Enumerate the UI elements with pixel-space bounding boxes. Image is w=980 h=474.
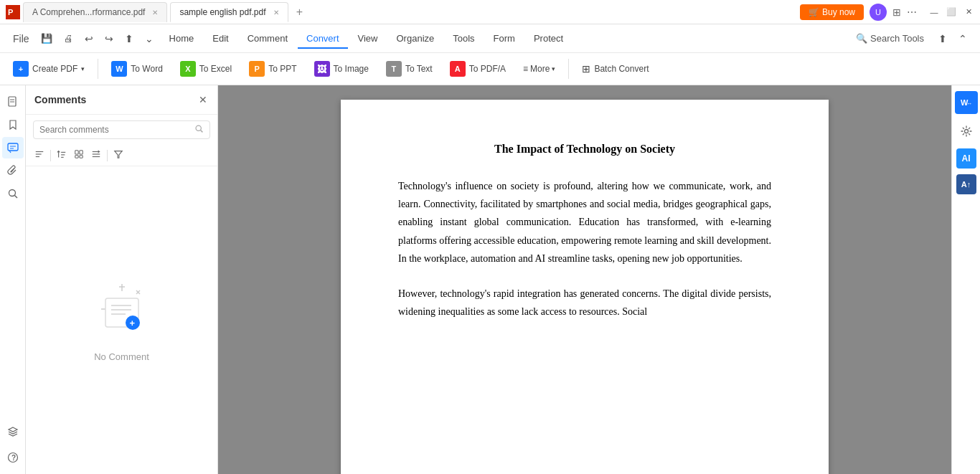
create-pdf-chevron: ▾ xyxy=(81,65,85,72)
sidebar-help-icon[interactable]: ? xyxy=(2,447,24,468)
sidebar-attachment-icon[interactable] xyxy=(2,160,24,181)
sort-icon[interactable] xyxy=(33,148,46,163)
more-label: More xyxy=(530,64,550,74)
svg-point-42 xyxy=(964,130,968,133)
to-word-label: To Word xyxy=(131,64,162,74)
create-pdf-button[interactable]: + Create PDF ▾ xyxy=(6,57,92,80)
tab-2[interactable]: sample english pdf.pdf ✕ xyxy=(170,2,288,22)
upload-button[interactable]: ⬆ xyxy=(934,30,951,47)
nav-tools[interactable]: Tools xyxy=(444,29,483,48)
search-tools-label: Search Tools xyxy=(870,33,924,44)
tab-1-close[interactable]: ✕ xyxy=(152,9,158,16)
sort-asc-icon[interactable] xyxy=(55,148,68,163)
to-excel-button[interactable]: X To Excel xyxy=(173,57,239,80)
to-excel-icon: X xyxy=(180,61,196,77)
svg-rect-22 xyxy=(80,151,83,154)
layout-icon[interactable]: ⊞ xyxy=(892,6,901,18)
more-button[interactable]: ≡ More ▾ xyxy=(516,60,562,77)
to-pdfa-icon: A xyxy=(450,61,466,77)
right-word-button[interactable]: A↑ xyxy=(956,174,976,194)
create-pdf-label: Create PDF xyxy=(32,64,77,74)
more-chevron: ▾ xyxy=(552,65,555,72)
svg-text:P: P xyxy=(8,8,13,16)
buy-now-button[interactable]: 🛒 Buy now xyxy=(800,4,864,20)
to-image-label: To Image xyxy=(334,64,369,74)
svg-rect-5 xyxy=(8,143,18,151)
more-icon: ≡ xyxy=(523,64,528,74)
comment-divider-2 xyxy=(107,150,108,161)
nav-edit[interactable]: Edit xyxy=(204,29,237,48)
tab-1-label: A Comprehen...rformance.pdf xyxy=(32,7,145,17)
sidebar-bookmark-icon[interactable] xyxy=(2,114,24,136)
comments-close-button[interactable]: ✕ xyxy=(197,93,209,107)
filter-icon[interactable] xyxy=(112,148,125,163)
expand-all-icon[interactable] xyxy=(90,148,103,163)
right-settings-button[interactable] xyxy=(955,120,978,143)
svg-rect-24 xyxy=(80,156,83,158)
pdf-viewer[interactable]: The Impact of Technology on Society Tech… xyxy=(218,85,951,474)
save-icon[interactable]: 💾 xyxy=(37,30,57,47)
to-pdfa-label: To PDF/A xyxy=(469,64,506,74)
redo-icon[interactable]: ↪ xyxy=(100,30,118,47)
sidebar-search-icon[interactable] xyxy=(2,183,24,204)
filter-by-page-icon[interactable] xyxy=(72,148,85,163)
tab-2-close[interactable]: ✕ xyxy=(273,9,279,16)
right-translate-button[interactable]: W↔ xyxy=(955,91,978,114)
comment-toolbar xyxy=(26,145,217,166)
dropdown-icon[interactable]: ⌄ xyxy=(141,30,158,47)
sidebar-comment-icon[interactable] xyxy=(2,137,24,158)
to-ppt-button[interactable]: P To PPT xyxy=(242,57,303,80)
svg-point-12 xyxy=(196,125,201,131)
minimize-button[interactable]: — xyxy=(928,6,940,18)
comments-search-bar[interactable] xyxy=(33,120,210,139)
comments-header: Comments ✕ xyxy=(26,85,217,115)
search-comments-input[interactable] xyxy=(39,125,192,135)
batch-icon: ⊞ xyxy=(582,63,590,75)
batch-convert-button[interactable]: ⊞ Batch Convert xyxy=(575,60,656,78)
sidebar-layers-icon[interactable] xyxy=(2,421,24,442)
to-text-icon: T xyxy=(386,61,402,77)
svg-text:+: + xyxy=(129,318,135,328)
comment-divider-1 xyxy=(50,150,51,161)
file-button[interactable]: File xyxy=(9,30,34,47)
svg-point-8 xyxy=(9,190,15,196)
nav-comment[interactable]: Comment xyxy=(239,29,296,48)
nav-convert[interactable]: Convert xyxy=(298,29,348,48)
search-tools-button[interactable]: 🔍 Search Tools xyxy=(849,30,931,47)
more-options-icon[interactable]: ⋯ xyxy=(907,6,917,18)
nav-protect[interactable]: Protect xyxy=(525,29,572,48)
user-avatar[interactable]: U xyxy=(870,4,887,21)
nav-home[interactable]: Home xyxy=(161,29,203,48)
title-bar: P A Comprehen...rformance.pdf ✕ sample e… xyxy=(0,0,980,24)
right-sidebar: W↔ AI A↑ xyxy=(951,85,980,474)
pdf-title: The Impact of Technology on Society xyxy=(398,143,771,156)
nav-form[interactable]: Form xyxy=(485,29,524,48)
new-tab-button[interactable]: + xyxy=(291,4,308,21)
to-pdfa-button[interactable]: A To PDF/A xyxy=(443,57,513,80)
svg-text:?: ? xyxy=(11,454,16,462)
search-tools-icon: 🔍 xyxy=(856,33,867,44)
to-text-label: To Text xyxy=(405,64,433,74)
collapse-button[interactable]: ⌃ xyxy=(954,30,971,47)
nav-organize[interactable]: Organize xyxy=(388,29,443,48)
share-icon[interactable]: ⬆ xyxy=(121,30,138,47)
to-image-button[interactable]: 🖼 To Image xyxy=(307,57,376,80)
to-word-button[interactable]: W To Word xyxy=(104,57,169,80)
to-ppt-label: To PPT xyxy=(268,64,296,74)
print-icon[interactable]: 🖨 xyxy=(60,30,77,47)
tab-1[interactable]: A Comprehen...rformance.pdf ✕ xyxy=(23,2,167,22)
divider-2 xyxy=(568,59,569,79)
no-comment-illustration: + xyxy=(90,278,154,343)
window-controls: — ⬜ ✕ xyxy=(928,6,974,18)
undo-icon[interactable]: ↩ xyxy=(80,30,98,47)
maximize-button[interactable]: ⬜ xyxy=(946,6,957,18)
to-text-button[interactable]: T To Text xyxy=(379,57,440,80)
svg-rect-21 xyxy=(75,151,78,154)
left-sidebar: ? xyxy=(0,85,26,474)
nav-view[interactable]: View xyxy=(349,29,387,48)
search-comments-icon xyxy=(194,124,204,136)
right-ai-button[interactable]: AI xyxy=(956,148,976,169)
sidebar-pages-icon[interactable] xyxy=(2,91,24,113)
close-button[interactable]: ✕ xyxy=(963,6,974,18)
svg-text:↔: ↔ xyxy=(966,100,972,107)
